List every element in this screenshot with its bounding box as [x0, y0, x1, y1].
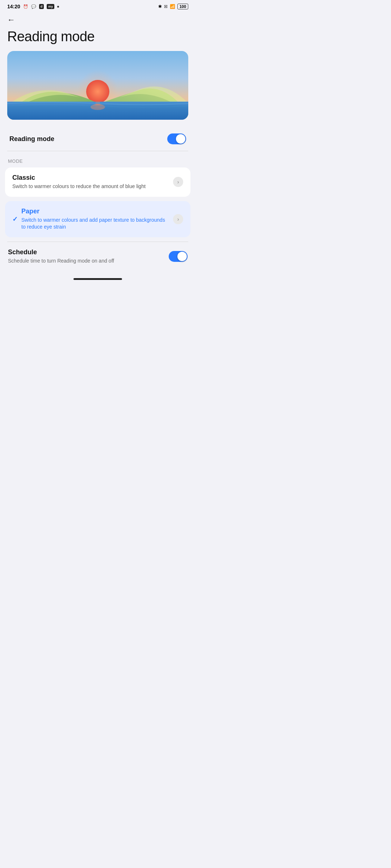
hero-svg — [7, 51, 188, 120]
dyson-icon: d — [39, 4, 44, 9]
paper-checkmark-icon: ✓ — [12, 215, 18, 223]
toggle-knob — [176, 134, 185, 144]
whatsapp-icon: 💬 — [31, 4, 36, 9]
schedule-text: Schedule Schedule time to turn Reading m… — [8, 248, 114, 265]
page-title: Reading mode — [0, 27, 196, 51]
classic-mode-card[interactable]: Classic Switch to warmer colours to redu… — [5, 167, 190, 197]
reading-mode-toggle[interactable] — [167, 133, 186, 144]
home-indicator — [73, 278, 122, 280]
schedule-toggle[interactable] — [169, 251, 188, 262]
hero-image — [7, 51, 188, 120]
reading-mode-label: Reading mode — [9, 135, 54, 143]
battery-icon: 100 — [177, 4, 188, 9]
paper-mode-desc: Switch to warmer colours and add paper t… — [21, 217, 169, 231]
paper-mode-title: Paper — [21, 208, 169, 215]
paper-chevron-icon: › — [173, 214, 183, 224]
classic-chevron-icon: › — [173, 177, 183, 187]
back-arrow-icon: ← — [7, 15, 15, 24]
status-right: ✱ ☒ 📶 100 — [158, 4, 188, 9]
mode-section: MODE Classic Switch to warmer colours to… — [0, 151, 196, 237]
status-left: 14:20 ⏰ 💬 d my — [7, 4, 59, 9]
schedule-desc: Schedule time to turn Reading mode on an… — [8, 258, 114, 265]
wifi-icon: 📶 — [170, 4, 175, 9]
paper-mode-content: Paper Switch to warmer colours and add p… — [21, 208, 169, 231]
alarm-icon: ⏰ — [23, 4, 28, 9]
reading-mode-toggle-row: Reading mode — [1, 127, 194, 151]
notification-dot — [57, 6, 59, 8]
status-time: 14:20 — [7, 4, 20, 9]
schedule-title: Schedule — [8, 248, 114, 256]
classic-mode-content: Classic Switch to warmer colours to redu… — [12, 174, 169, 190]
classic-mode-title: Classic — [12, 174, 169, 182]
status-bar: 14:20 ⏰ 💬 d my ✱ ☒ 📶 100 — [0, 0, 196, 12]
sim-icon: ☒ — [164, 4, 168, 9]
svg-rect-6 — [7, 105, 188, 120]
paper-mode-card[interactable]: ✓ Paper Switch to warmer colours and add… — [5, 201, 190, 237]
classic-mode-desc: Switch to warmer colours to reduce the a… — [12, 183, 169, 190]
mode-section-label: MODE — [0, 152, 196, 167]
my-icon: my — [47, 4, 54, 9]
schedule-row: Schedule Schedule time to turn Reading m… — [0, 242, 196, 271]
back-button[interactable]: ← — [0, 12, 196, 27]
schedule-toggle-knob — [177, 252, 187, 261]
bluetooth-icon: ✱ — [158, 4, 162, 9]
